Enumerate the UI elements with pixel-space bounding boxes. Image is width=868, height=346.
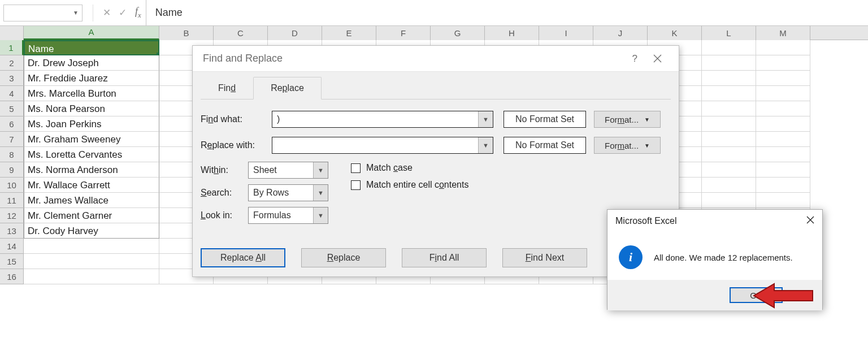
cell[interactable] [702,178,756,193]
cell[interactable] [756,178,810,193]
tab-replace[interactable]: Replace [253,77,322,100]
column-header-j[interactable]: J [593,26,648,40]
cell[interactable]: Mr. Freddie Juarez [24,71,159,86]
cell[interactable]: Mr. James Wallace [24,193,159,208]
row-header[interactable]: 6 [0,116,24,132]
dialog-titlebar[interactable]: Find and Replace ? [193,46,679,72]
row-header[interactable]: 5 [0,101,24,116]
column-header-h[interactable]: H [485,26,539,40]
cell[interactable] [702,193,756,208]
row-header[interactable]: 13 [0,223,24,239]
cell[interactable] [756,55,810,71]
row-header[interactable]: 15 [0,254,24,269]
cell[interactable] [702,132,756,147]
cell[interactable] [756,86,810,101]
match-case-checkbox[interactable]: Match case [351,163,468,173]
cell[interactable] [756,147,810,162]
row-header[interactable]: 8 [0,147,24,162]
close-icon[interactable] [806,216,814,226]
cell[interactable] [702,86,756,101]
cell[interactable] [702,147,756,162]
find-format-button[interactable]: Format...▼ [594,111,661,128]
enter-icon[interactable]: ✓ [115,7,131,19]
cell[interactable] [702,162,756,178]
replace-all-button[interactable]: Replace All [201,248,285,267]
cell[interactable] [702,101,756,116]
column-header-b[interactable]: B [159,26,214,40]
cell[interactable] [702,116,756,132]
cell[interactable]: Mr. Graham Sweeney [24,132,159,147]
row-header[interactable]: 1 [0,40,24,55]
column-header-g[interactable]: G [431,26,485,40]
replace-format-button[interactable]: Format...▼ [594,137,661,154]
dropdown-icon[interactable]: ▼ [478,111,493,127]
match-entire-checkbox[interactable]: Match entire cell contents [351,180,468,190]
replace-with-input[interactable]: ▼ [272,137,493,154]
name-box[interactable]: ▼ [3,5,83,21]
cell[interactable] [756,132,810,147]
cancel-icon[interactable]: ✕ [99,7,115,19]
row-header[interactable]: 3 [0,71,24,86]
cell[interactable] [756,193,810,208]
cell[interactable] [702,55,756,71]
row-header[interactable]: 4 [0,86,24,101]
row-header[interactable]: 10 [0,178,24,193]
find-all-button[interactable]: Find All [402,248,487,267]
lookin-select[interactable]: Formulas ▼ [248,207,328,224]
row-header[interactable]: 14 [0,239,24,254]
find-next-button[interactable]: Find Next [502,248,587,267]
formula-input[interactable]: Name [146,0,868,26]
column-header-e[interactable]: E [322,26,376,40]
find-what-input[interactable]: ) ▼ [272,111,493,128]
cell[interactable]: Mr. Wallace Garrett [24,178,159,193]
within-select[interactable]: Sheet ▼ [248,162,328,179]
cell[interactable] [24,254,159,269]
dialog-body: Find Replace Find what: ) ▼ No Format Se… [193,72,679,230]
column-header-l[interactable]: L [702,26,756,40]
cell[interactable]: Mrs. Marcella Burton [24,86,159,101]
cell[interactable] [756,116,810,132]
row-header[interactable]: 9 [0,162,24,178]
cell[interactable]: Ms. Joan Perkins [24,116,159,132]
select-all-corner[interactable] [0,26,24,40]
cell[interactable]: Mr. Clement Garner [24,208,159,223]
cell[interactable]: Ms. Norma Anderson [24,162,159,178]
msgbox-titlebar[interactable]: Microsoft Excel [607,210,822,232]
column-header-m[interactable]: M [756,26,810,40]
fill-handle[interactable] [157,53,159,55]
cell[interactable] [756,71,810,86]
help-icon[interactable]: ? [623,50,646,68]
column-header-k[interactable]: K [648,26,702,40]
cell[interactable]: Ms. Nora Pearson [24,101,159,116]
cell[interactable]: Dr. Cody Harvey [24,223,159,239]
search-select[interactable]: By Rows ▼ [248,184,328,201]
column-header-i[interactable]: I [539,26,593,40]
cell[interactable] [24,269,159,284]
row-header[interactable]: 2 [0,55,24,71]
cell[interactable] [702,71,756,86]
column-header-f[interactable]: F [376,26,431,40]
column-header-a[interactable]: A [24,26,159,40]
tab-find[interactable]: Find [201,77,253,100]
row-header[interactable]: 12 [0,208,24,223]
cell[interactable] [756,101,810,116]
cell[interactable] [702,40,756,55]
cell[interactable] [24,239,159,254]
cell[interactable]: Dr. Drew Joseph [24,55,159,71]
row-header[interactable]: 11 [0,193,24,208]
replace-button[interactable]: Replace [301,248,386,267]
cell[interactable]: Ms. Loretta Cervantes [24,147,159,162]
column-header-c[interactable]: C [214,26,268,40]
column-header-d[interactable]: D [268,26,322,40]
cell[interactable]: Name [24,40,159,55]
dropdown-icon[interactable]: ▼ [478,137,493,153]
fx-icon[interactable]: fx [131,6,146,20]
row-header[interactable]: 7 [0,132,24,147]
dropdown-icon[interactable]: ▼ [313,162,328,178]
close-icon[interactable] [646,51,669,66]
dropdown-icon[interactable]: ▼ [313,207,328,223]
row-header[interactable]: 16 [0,269,24,284]
cell[interactable] [756,40,810,55]
dropdown-icon[interactable]: ▼ [313,185,328,201]
cell[interactable] [756,162,810,178]
